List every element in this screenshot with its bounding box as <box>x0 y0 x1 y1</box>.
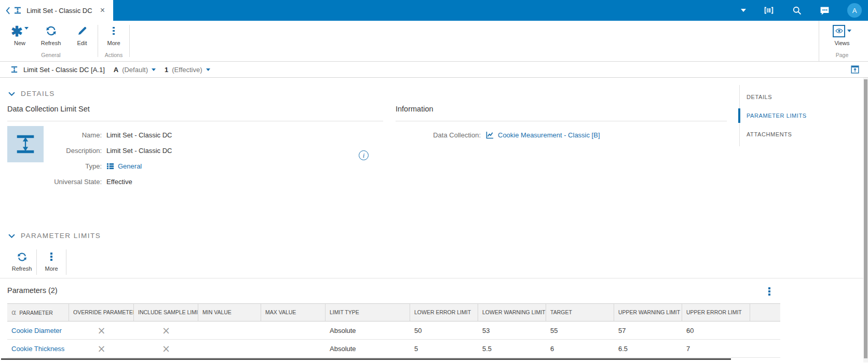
parameter-limits-section-header[interactable]: PARAMETER LIMITS <box>8 232 101 240</box>
barcode-icon <box>763 5 775 16</box>
field-description: Description: Limit Set - Classic DC <box>44 143 383 158</box>
parameters-table: αPARAMETER OVERRIDE PARAMETER INCLUDE SA… <box>7 303 780 358</box>
column-header-upper-warning-limit[interactable]: UPPER WARNING LIMIT <box>614 303 682 322</box>
column-header-min-value[interactable]: MIN VALUE <box>198 303 261 322</box>
ribbon-toolbar: ✱ New Refresh <box>0 21 868 61</box>
table-kebab-menu-button[interactable] <box>768 287 770 296</box>
edit-button[interactable]: Edit <box>66 24 98 50</box>
chevron-down-icon <box>741 9 746 12</box>
search-button[interactable] <box>792 5 802 16</box>
breadcrumb-title: Limit Set - Classic DC [A.1] <box>23 66 105 74</box>
parameters-more-label: More <box>45 266 58 272</box>
details-section-title: DETAILS <box>21 90 55 97</box>
parameter-link[interactable]: Cookie Diameter <box>11 327 62 334</box>
ribbon-group-page: Views Page <box>819 21 861 61</box>
views-button[interactable]: Views <box>823 24 861 50</box>
topbar-menu-chevron[interactable] <box>741 9 746 12</box>
revision-state: (Default) <box>122 66 148 74</box>
type-value-link[interactable]: General <box>118 162 142 170</box>
horizontal-scrollbar[interactable] <box>1 358 731 360</box>
messages-button[interactable] <box>819 5 830 16</box>
data-collection-label: Data Collection: <box>396 131 481 139</box>
more-button[interactable]: More <box>98 24 129 50</box>
description-value: Limit Set - Classic DC <box>102 147 172 155</box>
vertical-scrollbar-thumb[interactable] <box>864 79 867 358</box>
cell-limit-type: Absolute <box>326 322 410 340</box>
parameters-refresh-label: Refresh <box>12 266 32 272</box>
page-content: DETAILS Data Collection Limit Set Name: … <box>0 78 868 362</box>
cell-empty <box>750 322 780 340</box>
field-type: Type: General <box>44 158 383 174</box>
nav-item-parameter-limits[interactable]: PARAMETER LIMITS <box>740 106 857 125</box>
column-header-limit-type[interactable]: LIMIT TYPE <box>326 303 410 322</box>
avatar-letter: A <box>852 7 857 15</box>
universal-state-label: Universal State: <box>44 178 102 186</box>
open-in-window-button[interactable] <box>851 65 859 74</box>
version-state: (Effective) <box>172 66 202 74</box>
column-header-empty <box>750 303 780 322</box>
parameter-link[interactable]: Cookie Thickness <box>11 345 64 353</box>
column-header-lower-warning-limit[interactable]: LOWER WARNING LIMIT <box>478 303 546 322</box>
more-dots-icon <box>113 24 115 37</box>
info-icon[interactable]: i <box>359 150 369 160</box>
limit-set-panel-title: Data Collection Limit Set <box>7 105 383 121</box>
table-row: Cookie Thickness × × Absolute 5 5.5 6 6.… <box>7 340 780 358</box>
ribbon-group-actions: More Actions <box>98 21 129 61</box>
chevron-down-icon <box>206 68 210 71</box>
tab-close-icon[interactable]: × <box>97 6 108 15</box>
version-value: 1 <box>165 66 168 74</box>
description-label: Description: <box>44 147 102 155</box>
nav-item-details[interactable]: DETAILS <box>740 88 857 106</box>
refresh-button[interactable]: Refresh <box>35 24 66 50</box>
cell-upper-error-limit: 7 <box>682 340 750 358</box>
parameters-refresh-button[interactable]: Refresh <box>7 246 36 278</box>
list-type-icon <box>106 162 114 170</box>
top-bar: Limit Set - Classic DC × <box>0 0 868 21</box>
barcode-scan-button[interactable] <box>763 5 775 16</box>
tab-zone: Limit Set - Classic DC × <box>0 0 113 21</box>
search-icon <box>792 5 802 16</box>
user-avatar[interactable]: A <box>847 3 862 18</box>
table-header-row: αPARAMETER OVERRIDE PARAMETER INCLUDE SA… <box>7 303 780 322</box>
cell-lower-error-limit: 50 <box>410 322 478 340</box>
edit-button-label: Edit <box>77 40 87 46</box>
refresh-icon <box>45 24 57 37</box>
limit-set-panel: Data Collection Limit Set Name: Limit Se… <box>7 105 383 189</box>
vertical-scrollbar-track[interactable] <box>863 78 868 362</box>
field-data-collection: Data Collection: Cookie Measurement - Cl… <box>396 127 727 143</box>
column-header-max-value[interactable]: MAX VALUE <box>261 303 326 322</box>
x-mark-icon: × <box>98 325 106 336</box>
cell-min-value <box>198 340 261 358</box>
ribbon-group-label-page: Page <box>823 50 861 61</box>
new-dropdown-caret-icon <box>24 27 29 30</box>
data-collection-link[interactable]: Cookie Measurement - Classic [B] <box>498 131 600 139</box>
views-button-label: Views <box>834 40 849 46</box>
revision-selector[interactable]: A (Default) <box>114 66 156 74</box>
cell-upper-warning-limit: 6.5 <box>614 340 682 358</box>
column-header-lower-error-limit[interactable]: LOWER ERROR LIMIT <box>410 303 478 322</box>
cell-max-value <box>261 322 326 340</box>
new-button[interactable]: ✱ New <box>4 24 35 50</box>
window-up-arrow-icon <box>851 65 859 74</box>
tab-limit-set[interactable]: Limit Set - Classic DC × <box>11 0 113 21</box>
chat-bubble-icon <box>819 5 830 16</box>
column-header-override-parameter[interactable]: OVERRIDE PARAMETER <box>69 303 134 322</box>
column-header-parameter[interactable]: αPARAMETER <box>7 303 69 322</box>
parameters-table-title: Parameters (2) <box>7 286 58 295</box>
limit-set-tile <box>7 126 44 162</box>
line-chart-icon <box>485 131 494 139</box>
x-mark-icon: × <box>162 325 170 336</box>
nav-item-attachments[interactable]: ATTACHMENTS <box>740 125 857 144</box>
cell-max-value <box>261 340 326 358</box>
back-button[interactable] <box>4 7 11 15</box>
parameters-more-button[interactable]: More <box>37 246 66 278</box>
ribbon-group-label-actions: Actions <box>98 50 129 61</box>
chevron-down-icon <box>8 234 15 238</box>
column-header-upper-error-limit[interactable]: UPPER ERROR LIMIT <box>682 303 750 322</box>
column-header-include-sample-limit[interactable]: INCLUDE SAMPLE LIMIT <box>134 303 198 322</box>
details-section-header[interactable]: DETAILS <box>8 90 55 97</box>
cell-target: 55 <box>546 322 614 340</box>
version-selector[interactable]: 1 (Effective) <box>165 66 210 74</box>
column-header-target[interactable]: TARGET <box>546 303 614 322</box>
x-mark-icon: × <box>98 343 106 354</box>
